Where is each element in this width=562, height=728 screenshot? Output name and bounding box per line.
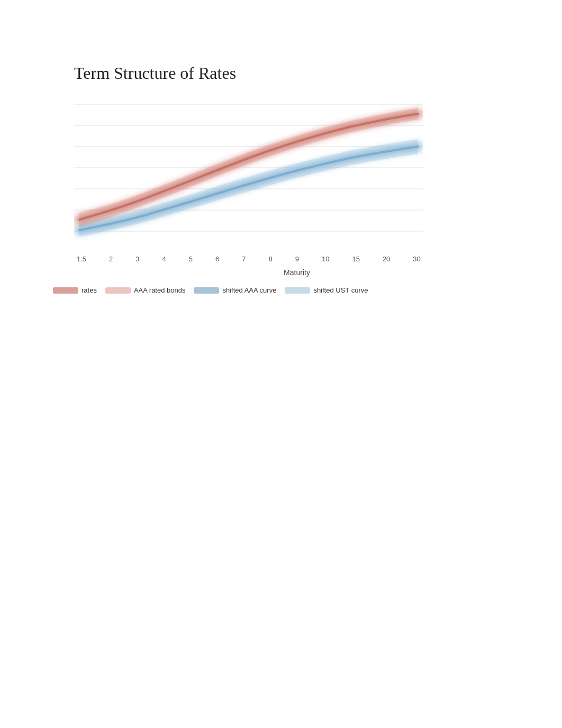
legend-label-shifted-ust: shifted UST curve xyxy=(313,286,368,294)
x-tick: 20 xyxy=(383,255,390,263)
x-axis-label: Maturity xyxy=(74,268,520,277)
chart-container: 1.5 2 3 4 5 6 7 8 9 10 15 20 30 xyxy=(74,94,423,263)
x-tick: 2 xyxy=(109,255,113,263)
chart-title: Term Structure of Rates xyxy=(74,63,520,83)
legend-item-shifted-ust: shifted UST curve xyxy=(285,286,368,294)
legend-item-aaa: AAA rated bonds xyxy=(105,286,186,294)
legend-swatch-shifted-aaa xyxy=(194,287,219,294)
legend-item-rates: rates xyxy=(53,286,97,294)
x-tick: 4 xyxy=(162,255,166,263)
x-tick: 9 xyxy=(295,255,299,263)
x-tick: 8 xyxy=(268,255,272,263)
legend-swatch-shifted-ust xyxy=(285,287,310,294)
page: Term Structure of Rates xyxy=(0,0,562,336)
x-tick: 30 xyxy=(413,255,420,263)
x-tick: 15 xyxy=(352,255,359,263)
x-tick: 3 xyxy=(135,255,139,263)
x-tick: 10 xyxy=(322,255,329,263)
legend-item-shifted-aaa: shifted AAA curve xyxy=(194,286,276,294)
chart-svg xyxy=(74,94,423,242)
x-tick: 7 xyxy=(242,255,246,263)
x-tick: 6 xyxy=(215,255,219,263)
x-axis: 1.5 2 3 4 5 6 7 8 9 10 15 20 30 xyxy=(74,255,423,263)
legend-label-aaa: AAA rated bonds xyxy=(134,286,186,294)
x-tick: 1.5 xyxy=(77,255,86,263)
chart-legend: rates AAA rated bonds shifted AAA curve … xyxy=(53,286,520,294)
x-tick: 5 xyxy=(189,255,193,263)
legend-label-shifted-aaa: shifted AAA curve xyxy=(222,286,276,294)
legend-label-rates: rates xyxy=(81,286,97,294)
legend-swatch-aaa xyxy=(105,287,131,294)
legend-swatch-rates xyxy=(53,287,78,294)
